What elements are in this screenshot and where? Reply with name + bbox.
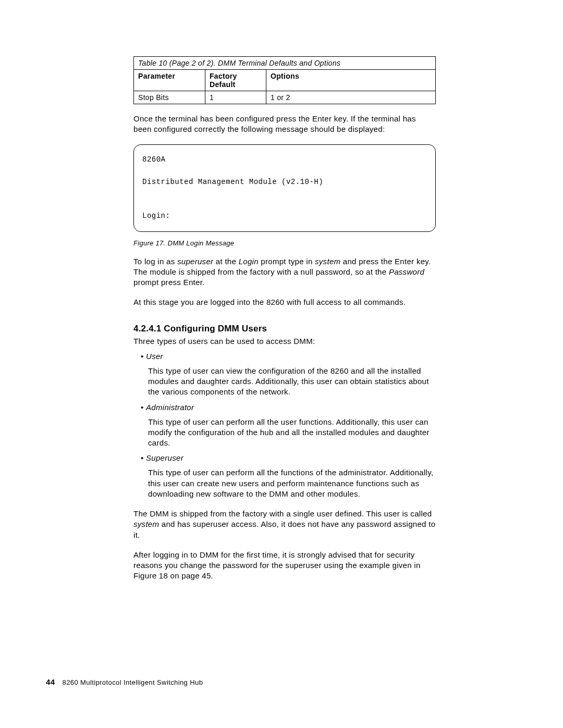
- list-item-label: User: [146, 352, 163, 361]
- table-header-row: Parameter Factory Default Options: [134, 70, 436, 91]
- list-item: Superuser This type of user can perform …: [141, 453, 436, 499]
- page-content: Table 10 (Page 2 of 2). DMM Terminal Def…: [133, 56, 436, 582]
- page-number: 44: [46, 677, 55, 686]
- paragraph-factory-user: The DMM is shipped from the factory with…: [133, 509, 436, 540]
- user-types-list: User This type of user can view the conf…: [141, 352, 436, 499]
- text: The DMM is shipped from the factory with…: [133, 509, 432, 518]
- text: prompt press Enter.: [133, 278, 205, 287]
- col-factory-default: Factory Default: [205, 70, 266, 91]
- list-item-label: Superuser: [146, 453, 183, 462]
- list-item-label: Administrator: [146, 403, 194, 412]
- table-caption: Table 10 (Page 2 of 2). DMM Terminal Def…: [134, 57, 436, 70]
- footer-title: 8260 Multiprotocol Intelligent Switching…: [63, 678, 203, 686]
- col-options: Options: [266, 70, 436, 91]
- list-item: User This type of user can view the conf…: [141, 352, 436, 398]
- cell-options: 1 or 2: [266, 91, 436, 104]
- page-footer: 44 8260 Multiprotocol Intelligent Switch…: [46, 677, 203, 686]
- paragraph-advice: After logging in to DMM for the first ti…: [133, 550, 436, 582]
- term-login: Login: [239, 257, 259, 266]
- term-password: Password: [389, 267, 424, 276]
- text: at the: [213, 257, 238, 266]
- figure-caption: Figure 17. DMM Login Message: [133, 239, 436, 247]
- text: prompt type in: [259, 257, 315, 266]
- paragraph-users-intro: Three types of users can be used to acce…: [133, 336, 436, 347]
- paragraph-access: At this stage you are logged into the 82…: [133, 297, 436, 307]
- term-system: system: [133, 520, 159, 528]
- login-message-box: 8260A Distributed Management Module (v2.…: [133, 144, 436, 232]
- paragraph-login: To log in as superuser at the Login prom…: [133, 256, 436, 288]
- text: To log in as: [133, 257, 177, 266]
- paragraph-intro: Once the terminal has been configured pr…: [133, 114, 436, 135]
- cell-default: 1: [205, 91, 266, 104]
- list-item-desc: This type of user can view the configura…: [148, 366, 436, 398]
- section-heading: 4.2.4.1 Configuring DMM Users: [133, 324, 436, 334]
- table-row: Stop Bits 1 1 or 2: [134, 91, 436, 104]
- term-system: system: [315, 257, 340, 266]
- col-parameter: Parameter: [134, 70, 205, 91]
- cell-parameter: Stop Bits: [134, 91, 205, 104]
- list-item-desc: This type of user can perform all the fu…: [148, 467, 436, 499]
- terminal-defaults-table: Table 10 (Page 2 of 2). DMM Terminal Def…: [133, 56, 436, 104]
- list-item-desc: This type of user can perform all the us…: [148, 417, 436, 449]
- table-caption-row: Table 10 (Page 2 of 2). DMM Terminal Def…: [134, 57, 436, 70]
- term-superuser: superuser: [177, 257, 213, 266]
- list-item: Administrator This type of user can perf…: [141, 403, 436, 449]
- text: and has superuser access. Also, it does …: [133, 520, 435, 539]
